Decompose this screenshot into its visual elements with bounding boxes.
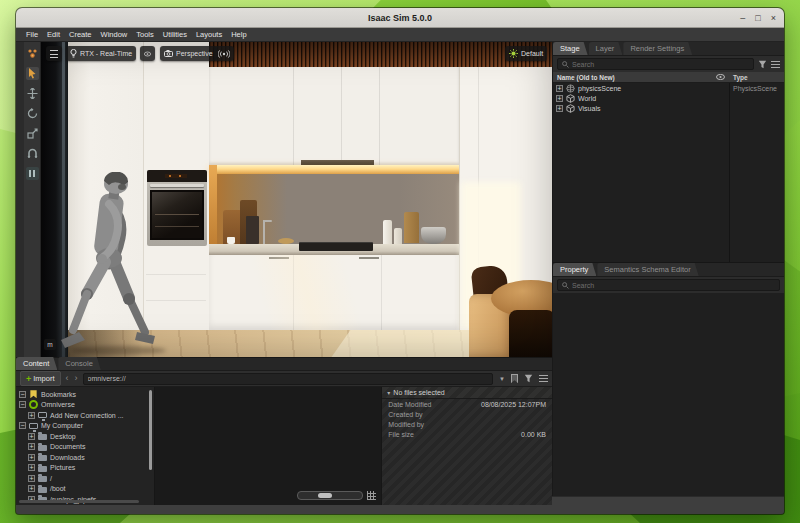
expander-icon[interactable]: + bbox=[556, 95, 563, 102]
stage-search-input[interactable] bbox=[572, 61, 749, 68]
rotate-tool-icon[interactable] bbox=[26, 107, 39, 120]
menu-layouts[interactable]: Layouts bbox=[192, 30, 226, 39]
back-button[interactable]: ‹ bbox=[65, 374, 70, 383]
move-tool-icon[interactable] bbox=[26, 87, 39, 100]
file-grid-pane[interactable] bbox=[155, 387, 383, 505]
window-controls: – □ × bbox=[740, 8, 776, 28]
lighting-mode-selector[interactable]: Default bbox=[505, 46, 547, 61]
menu-create[interactable]: Create bbox=[65, 30, 96, 39]
scale-tool-icon[interactable] bbox=[26, 127, 39, 140]
bookmark-icon[interactable] bbox=[511, 374, 518, 383]
viewport-settings-button[interactable] bbox=[46, 46, 62, 61]
menu-file[interactable]: File bbox=[22, 30, 42, 39]
tab-content[interactable]: Content bbox=[16, 357, 57, 370]
stage-options-menu-icon[interactable] bbox=[771, 61, 780, 68]
stage-panel-tabs: Stage Layer Render Settings bbox=[553, 42, 784, 56]
import-label: Import bbox=[33, 374, 54, 383]
detail-label: File size bbox=[388, 431, 414, 438]
select-tool-icon[interactable] bbox=[26, 67, 39, 80]
tab-semantics-schema-editor[interactable]: Semantics Schema Editor bbox=[597, 263, 698, 276]
menu-edit[interactable]: Edit bbox=[43, 30, 64, 39]
stage-filter-icon[interactable] bbox=[758, 60, 767, 69]
stage-row-visuals[interactable]: + Visuals bbox=[553, 103, 784, 113]
tab-console[interactable]: Console bbox=[58, 357, 101, 370]
snap-tool-icon[interactable] bbox=[26, 147, 39, 160]
tab-stage[interactable]: Stage bbox=[553, 42, 588, 55]
prim-name: World bbox=[578, 95, 596, 102]
property-search-input[interactable] bbox=[572, 282, 775, 289]
scene-oven-light bbox=[179, 175, 181, 177]
tab-render-settings[interactable]: Render Settings bbox=[623, 42, 692, 55]
renderer-selector[interactable]: RTX - Real-Time bbox=[66, 46, 136, 61]
folder-icon bbox=[38, 455, 47, 461]
tab-layer[interactable]: Layer bbox=[589, 42, 623, 55]
tree-item-desktop[interactable]: + Desktop bbox=[16, 431, 154, 442]
camera-mode-tool-icon[interactable] bbox=[26, 47, 39, 60]
scene-light-band bbox=[231, 255, 401, 330]
folder-icon bbox=[38, 487, 47, 493]
menu-help[interactable]: Help bbox=[227, 30, 250, 39]
details-header[interactable]: ▾ No files selected bbox=[382, 387, 552, 399]
menu-tools[interactable]: Tools bbox=[132, 30, 158, 39]
search-icon bbox=[562, 282, 569, 289]
tree-item-documents[interactable]: + Documents bbox=[16, 442, 154, 453]
expander-icon[interactable]: + bbox=[28, 485, 35, 492]
close-button[interactable]: × bbox=[771, 13, 776, 23]
scene-steel-bowl bbox=[421, 227, 446, 244]
stage-row-world[interactable]: + World bbox=[553, 93, 784, 103]
tree-item-bookmarks[interactable]: − Bookmarks bbox=[16, 389, 154, 400]
name-column-header[interactable]: Name (Old to New) bbox=[553, 74, 716, 81]
import-button[interactable]: + Import bbox=[20, 371, 61, 386]
detail-row-date-modified: Date Modified 08/08/2025 12:07PM bbox=[382, 399, 552, 409]
grid-view-icon[interactable] bbox=[367, 491, 376, 500]
stage-row-physicsscene[interactable]: + physicsScene PhysicsScene bbox=[553, 83, 784, 93]
options-menu-icon[interactable] bbox=[539, 375, 548, 382]
camera-selector[interactable]: Perspective bbox=[160, 46, 217, 61]
tree-item-my-computer[interactable]: − My Computer bbox=[16, 421, 154, 432]
filter-icon[interactable] bbox=[524, 374, 533, 383]
tree-item-add-connection[interactable]: + Add New Connection ... bbox=[16, 410, 154, 421]
broadcast-button[interactable] bbox=[214, 46, 234, 61]
expander-icon[interactable]: + bbox=[28, 412, 35, 419]
expander-icon[interactable]: + bbox=[28, 433, 35, 440]
expander-icon[interactable]: − bbox=[19, 401, 26, 408]
expander-icon[interactable]: + bbox=[556, 105, 563, 112]
window-title: Isaac Sim 5.0.0 bbox=[368, 13, 432, 23]
expander-icon[interactable]: + bbox=[28, 454, 35, 461]
bookmark-folder-icon bbox=[29, 390, 38, 398]
viewport-canvas[interactable]: RTX - Real-Time Perspective bbox=[41, 42, 552, 357]
icon-size-slider[interactable] bbox=[297, 491, 363, 500]
stage-search-field[interactable] bbox=[557, 58, 754, 70]
tab-property[interactable]: Property bbox=[553, 263, 596, 276]
expander-icon[interactable]: − bbox=[19, 422, 26, 429]
property-search-field[interactable] bbox=[557, 279, 780, 291]
tree-item-boot[interactable]: + /boot bbox=[16, 484, 154, 495]
visibility-button[interactable] bbox=[140, 46, 155, 61]
window-titlebar[interactable]: Isaac Sim 5.0.0 – □ × bbox=[16, 8, 784, 28]
path-field[interactable] bbox=[83, 373, 494, 385]
tree-item-downloads[interactable]: + Downloads bbox=[16, 452, 154, 463]
tree-item-root-slash[interactable]: + / bbox=[16, 473, 154, 484]
path-input[interactable] bbox=[88, 375, 489, 382]
tree-horizontal-scrollbar[interactable] bbox=[19, 500, 139, 503]
tree-item-omniverse[interactable]: − Omniverse bbox=[16, 400, 154, 411]
menu-window[interactable]: Window bbox=[97, 30, 132, 39]
expander-icon[interactable]: + bbox=[28, 464, 35, 471]
expander-icon[interactable]: − bbox=[19, 391, 26, 398]
visibility-column-icon[interactable] bbox=[716, 74, 725, 80]
path-dropdown-icon[interactable]: ▼ bbox=[499, 376, 505, 382]
menu-utilities[interactable]: Utilities bbox=[159, 30, 191, 39]
expander-icon[interactable]: + bbox=[28, 443, 35, 450]
minimize-button[interactable]: – bbox=[740, 13, 745, 23]
humanoid-robot[interactable] bbox=[59, 172, 155, 354]
slider-handle[interactable] bbox=[318, 493, 332, 498]
tree-item-pictures[interactable]: + Pictures bbox=[16, 463, 154, 474]
expander-icon[interactable]: + bbox=[28, 475, 35, 482]
pause-button-icon[interactable] bbox=[26, 167, 39, 180]
forward-button[interactable]: › bbox=[74, 374, 79, 383]
unit-badge[interactable]: m bbox=[44, 339, 56, 350]
type-column-header[interactable]: Type bbox=[729, 74, 784, 81]
expander-icon[interactable]: + bbox=[556, 85, 563, 92]
tree-vertical-scrollbar[interactable] bbox=[149, 390, 152, 470]
maximize-button[interactable]: □ bbox=[755, 13, 760, 23]
